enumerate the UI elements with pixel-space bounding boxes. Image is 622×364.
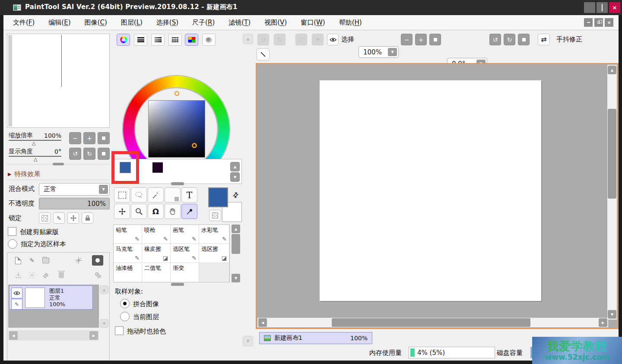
menu-window[interactable]: 窗口(W) [301,19,325,27]
brush-bucket[interactable]: 油漆桶 [114,263,142,282]
menu-image[interactable]: 图像(C) [85,19,107,27]
opacity-slider[interactable]: 100% [39,198,110,209]
canvas-rotate-cw-button[interactable]: ↻ [504,34,515,45]
lock-all-button[interactable] [82,212,93,224]
panel-splitter-grip[interactable] [171,182,184,185]
brush-watercolor[interactable]: 水彩笔✎ [199,225,229,244]
redo-button[interactable]: ↻ [274,34,286,45]
show-selection-button[interactable] [327,34,339,45]
menu-file[interactable]: 文件(F) [13,19,35,27]
new-linework-layer-button[interactable]: ✎ [26,255,38,266]
panel-scroll-down-button[interactable]: ▼ [243,336,253,346]
brush-brush[interactable]: 画笔✎ [171,225,199,244]
special-effects-header[interactable]: ▶ 特殊效果 [8,170,40,178]
transform-button[interactable] [73,255,84,266]
move-tool[interactable] [114,204,130,219]
scroll-up-button[interactable]: ▲ [608,66,616,74]
layers-scroll-up-button[interactable]: ▲ [100,285,108,294]
shape-tool[interactable] [165,187,181,203]
canvas-zoom-in-button[interactable]: + [415,34,427,45]
navigator-zoom-slider[interactable]: 缩放倍率 100% [9,131,61,141]
brush-binary-pen[interactable]: 二值笔 [142,263,171,282]
scroll-down-button[interactable]: ▼ [232,274,240,282]
menu-edit[interactable]: 编辑(E) [48,19,70,27]
eyedropper-tool[interactable] [181,204,197,219]
saturation-value-square[interactable] [148,100,205,158]
canvas-zoom-out-button[interactable]: − [401,34,413,45]
swatch-scroll-down-button[interactable]: ▼ [230,172,240,182]
hue-cursor[interactable] [192,143,197,148]
layer-mask-button[interactable] [92,255,103,266]
lock-paint-button[interactable]: ✎ [53,212,65,224]
transfer-down-button[interactable] [13,270,24,280]
scroll-up-button[interactable]: ▲ [232,225,240,233]
panel-scroll-up-button[interactable]: ▲ [243,34,253,44]
hand-tool[interactable] [165,204,181,219]
lasso-tool[interactable] [131,187,147,203]
canvas-angle-reset-button[interactable] [518,34,530,45]
canvas-zoom-dropdown[interactable]: 100% ▼ [359,46,399,58]
swatches-tab[interactable] [185,34,198,46]
lock-move-button[interactable] [67,212,79,224]
hsv-sliders-tab[interactable] [151,34,165,46]
scroll-thumb[interactable] [232,234,240,254]
brush-airbrush[interactable]: 喷枪✎ [142,225,171,244]
deselect-button[interactable] [295,34,307,45]
invert-selection-button[interactable] [312,34,324,45]
color-wheel-tab[interactable] [117,34,130,46]
brush-selection-pen[interactable]: 选区笔✎ [171,244,199,263]
maximize-button[interactable] [597,2,608,13]
scroll-thumb[interactable] [332,318,530,327]
panel-splitter-grip[interactable] [53,163,64,165]
canvas-vscrollbar[interactable]: ▲ ▼ [607,65,617,320]
doc-close-button[interactable]: × [605,18,613,27]
close-button[interactable]: × [609,2,620,13]
duplicate-layer-button[interactable] [92,270,103,280]
brush-eraser[interactable]: 橡皮擦◪ [142,244,171,263]
delete-layer-button[interactable] [56,270,67,280]
canvas-zoom-reset-button[interactable] [429,34,441,45]
pick-while-dragging-checkbox[interactable] [115,326,124,335]
angle-slider-marker[interactable]: △ [34,156,37,162]
scroll-left-button[interactable]: ◀ [258,318,267,327]
sample-merged-radio[interactable] [120,299,130,308]
menu-ruler[interactable]: 尺子(R) [192,19,215,27]
new-folder-button[interactable] [40,255,51,266]
canvas-viewport[interactable]: ▲ ▼ ◀ ▶ [256,63,619,329]
selection-source-radio[interactable] [8,239,17,249]
zoom-reset-button[interactable] [98,132,110,144]
layers-scroll-down-button[interactable]: ▼ [100,319,108,328]
line-style-button[interactable] [257,48,270,60]
scroll-down-button[interactable]: ▼ [608,310,616,319]
menu-view[interactable]: 视图(V) [264,19,287,27]
rgb-sliders-tab[interactable] [134,34,147,46]
layer-row-selected[interactable]: ✎ 图层1 正常 100% [9,285,93,310]
undo-button[interactable]: ↺ [257,34,269,45]
sample-current-layer-radio[interactable] [120,312,130,321]
navigator-angle-slider[interactable]: 显示角度 0° [9,147,61,157]
zoom-out-button[interactable]: − [69,132,81,144]
scratchpad-tab[interactable] [202,34,216,46]
text-tool[interactable]: T [181,187,197,203]
scroll-left-button[interactable]: ◀ [9,331,18,340]
merge-layer-button[interactable] [26,270,38,280]
canvas-hscrollbar[interactable]: ◀ ▶ [257,318,608,327]
magic-wand-tool[interactable] [148,187,164,203]
transparent-color-button[interactable] [209,210,221,221]
new-layer-button[interactable] [13,255,24,266]
rotate-cw-button[interactable]: ↻ [83,148,95,160]
mixed-sliders-tab[interactable] [168,34,182,46]
brush-marker[interactable]: 马克笔✎ [114,244,142,263]
zoom-in-button[interactable]: + [83,132,95,144]
doc-restore-button[interactable] [594,18,603,27]
scroll-thumb[interactable] [608,109,616,199]
swatch-dark[interactable] [152,162,163,173]
rect-select-tool[interactable] [114,187,130,203]
layer-paint-mode-toggle[interactable]: ✎ [11,299,22,310]
brush-gradient[interactable]: 渐变 [171,263,199,282]
angle-reset-button[interactable] [98,148,110,160]
layer-thumbnail[interactable] [25,288,45,308]
document-tab[interactable]: 新建画布1 100% [259,332,372,344]
menu-select[interactable]: 选择(S) [156,19,178,27]
canvas-document[interactable] [320,80,541,301]
